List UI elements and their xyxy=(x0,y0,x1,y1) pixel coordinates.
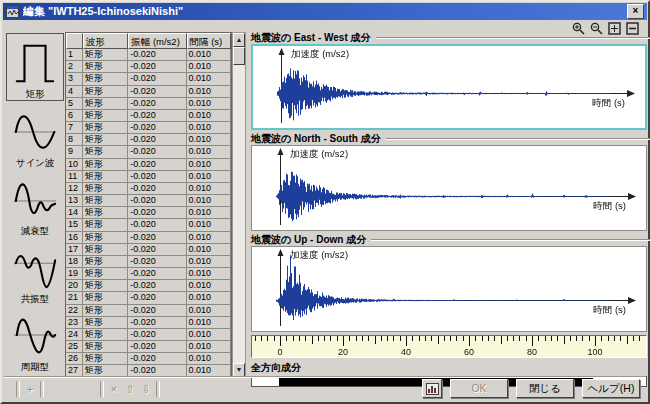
cell-waveform[interactable]: 矩形 xyxy=(83,353,128,365)
cell-amplitude[interactable]: -0.020 xyxy=(128,110,186,122)
cell-interval[interactable]: 0.010 xyxy=(187,159,231,171)
row-number[interactable]: 7 xyxy=(66,122,83,134)
cell-waveform[interactable]: 矩形 xyxy=(83,146,128,158)
cell-waveform[interactable]: 矩形 xyxy=(83,305,128,317)
cell-waveform[interactable]: 矩形 xyxy=(83,122,128,134)
table-row[interactable]: 26矩形-0.0200.010 xyxy=(66,353,231,365)
cell-interval[interactable]: 0.010 xyxy=(187,317,231,329)
table-row[interactable]: 22矩形-0.0200.010 xyxy=(66,305,231,317)
cell-interval[interactable]: 0.010 xyxy=(187,86,231,98)
scroll-thumb[interactable] xyxy=(233,47,245,65)
table-row[interactable]: 17矩形-0.0200.010 xyxy=(66,244,231,256)
delete-row-button[interactable]: × xyxy=(106,381,122,397)
table-row[interactable]: 24矩形-0.0200.010 xyxy=(66,329,231,341)
sidebar-item-damped-wave-icon[interactable]: 減衰型 xyxy=(6,169,64,237)
cell-waveform[interactable]: 矩形 xyxy=(83,134,128,146)
cell-amplitude[interactable]: -0.020 xyxy=(128,183,186,195)
cell-interval[interactable]: 0.010 xyxy=(187,268,231,280)
table-row[interactable]: 3矩形-0.0200.010 xyxy=(66,73,231,85)
table-row[interactable]: 11矩形-0.0200.010 xyxy=(66,171,231,183)
row-number[interactable]: 19 xyxy=(66,268,83,280)
close-dialog-button[interactable]: 閉じる xyxy=(516,379,574,398)
cell-amplitude[interactable]: -0.020 xyxy=(128,195,186,207)
time-ruler[interactable] xyxy=(251,335,647,358)
row-number[interactable]: 13 xyxy=(66,195,83,207)
table-row[interactable]: 16矩形-0.0200.010 xyxy=(66,232,231,244)
cell-waveform[interactable]: 矩形 xyxy=(83,73,128,85)
row-number[interactable]: 21 xyxy=(66,292,83,304)
cell-interval[interactable]: 0.010 xyxy=(187,341,231,353)
cell-waveform[interactable]: 矩形 xyxy=(83,86,128,98)
row-number[interactable]: 3 xyxy=(66,73,83,85)
cell-interval[interactable]: 0.010 xyxy=(187,305,231,317)
cell-interval[interactable]: 0.010 xyxy=(187,292,231,304)
help-button[interactable]: ヘルプ(H) xyxy=(582,379,640,398)
table-row[interactable]: 10矩形-0.0200.010 xyxy=(66,159,231,171)
cell-interval[interactable]: 0.010 xyxy=(187,73,231,85)
table-row[interactable]: 13矩形-0.0200.010 xyxy=(66,195,231,207)
cell-amplitude[interactable]: -0.020 xyxy=(128,353,186,365)
row-number[interactable]: 25 xyxy=(66,341,83,353)
graph-tool-button[interactable] xyxy=(422,379,442,398)
column-header-amplitude[interactable]: 振幅 (m/s2) xyxy=(128,33,186,49)
table-row[interactable]: 19矩形-0.0200.010 xyxy=(66,268,231,280)
table-row[interactable]: 18矩形-0.0200.010 xyxy=(66,256,231,268)
cell-interval[interactable]: 0.010 xyxy=(187,232,231,244)
cell-interval[interactable]: 0.010 xyxy=(187,219,231,231)
cell-waveform[interactable]: 矩形 xyxy=(83,317,128,329)
sidebar-item-rect-pulse-icon[interactable]: 矩形 xyxy=(6,33,64,101)
cell-amplitude[interactable]: -0.020 xyxy=(128,268,186,280)
cell-amplitude[interactable]: -0.020 xyxy=(128,98,186,110)
cell-amplitude[interactable]: -0.020 xyxy=(128,280,186,292)
cell-amplitude[interactable]: -0.020 xyxy=(128,292,186,304)
cell-amplitude[interactable]: -0.020 xyxy=(128,232,186,244)
cell-interval[interactable]: 0.010 xyxy=(187,329,231,341)
cell-interval[interactable]: 0.010 xyxy=(187,207,231,219)
cell-interval[interactable]: 0.010 xyxy=(187,98,231,110)
table-row[interactable]: 6矩形-0.0200.010 xyxy=(66,110,231,122)
cell-waveform[interactable]: 矩形 xyxy=(83,159,128,171)
cell-interval[interactable]: 0.010 xyxy=(187,171,231,183)
cell-interval[interactable]: 0.010 xyxy=(187,61,231,73)
row-number[interactable]: 20 xyxy=(66,280,83,292)
table-row[interactable]: 20矩形-0.0200.010 xyxy=(66,280,231,292)
scroll-down-icon[interactable]: ▼ xyxy=(233,363,245,377)
cell-amplitude[interactable]: -0.020 xyxy=(128,244,186,256)
cell-waveform[interactable]: 矩形 xyxy=(83,195,128,207)
cell-interval[interactable]: 0.010 xyxy=(187,122,231,134)
cell-interval[interactable]: 0.010 xyxy=(187,244,231,256)
cell-interval[interactable]: 0.010 xyxy=(187,195,231,207)
cell-waveform[interactable]: 矩形 xyxy=(83,280,128,292)
cell-interval[interactable]: 0.010 xyxy=(187,134,231,146)
table-row[interactable]: 15矩形-0.0200.010 xyxy=(66,219,231,231)
table-row[interactable]: 8矩形-0.0200.010 xyxy=(66,134,231,146)
cell-amplitude[interactable]: -0.020 xyxy=(128,171,186,183)
cell-interval[interactable]: 0.010 xyxy=(187,280,231,292)
cell-waveform[interactable]: 矩形 xyxy=(83,110,128,122)
table-row[interactable]: 5矩形-0.0200.010 xyxy=(66,98,231,110)
cell-waveform[interactable]: 矩形 xyxy=(83,171,128,183)
cell-amplitude[interactable]: -0.020 xyxy=(128,86,186,98)
table-row[interactable]: 1矩形-0.0200.010 xyxy=(66,49,231,61)
row-number[interactable]: 16 xyxy=(66,232,83,244)
row-number[interactable]: 23 xyxy=(66,317,83,329)
row-number[interactable]: 22 xyxy=(66,305,83,317)
table-row[interactable]: 4矩形-0.0200.010 xyxy=(66,86,231,98)
cell-interval[interactable]: 0.010 xyxy=(187,49,231,61)
cell-amplitude[interactable]: -0.020 xyxy=(128,134,186,146)
scroll-up-icon[interactable]: ▲ xyxy=(233,33,245,47)
cell-waveform[interactable]: 矩形 xyxy=(83,61,128,73)
table-row[interactable]: 12矩形-0.0200.010 xyxy=(66,183,231,195)
table-scrollbar[interactable]: ▲ ▼ xyxy=(232,32,246,378)
table-row[interactable]: 14矩形-0.0200.010 xyxy=(66,207,231,219)
cell-waveform[interactable]: 矩形 xyxy=(83,244,128,256)
row-number[interactable]: 15 xyxy=(66,219,83,231)
table-row[interactable]: 2矩形-0.0200.010 xyxy=(66,61,231,73)
cell-amplitude[interactable]: -0.020 xyxy=(128,219,186,231)
cell-amplitude[interactable]: -0.020 xyxy=(128,61,186,73)
cell-amplitude[interactable]: -0.020 xyxy=(128,341,186,353)
table-row[interactable]: 25矩形-0.0200.010 xyxy=(66,341,231,353)
chart-panel-up-down[interactable]: 加速度 (m/s2) 時間 (s) xyxy=(251,246,647,332)
cell-amplitude[interactable]: -0.020 xyxy=(128,329,186,341)
cell-amplitude[interactable]: -0.020 xyxy=(128,146,186,158)
